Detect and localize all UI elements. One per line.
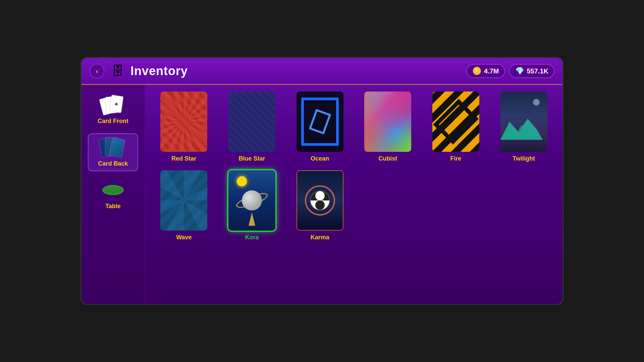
card-front-label: Card Front bbox=[98, 118, 128, 125]
card-name-kora: Kora bbox=[245, 234, 259, 241]
card-item-wave[interactable]: Wave bbox=[153, 170, 215, 241]
table-icon bbox=[100, 180, 126, 200]
header: ‹ 🗄 Inventory 🪙 4.7M 💎 557.1K bbox=[82, 58, 562, 85]
yin-yang-symbol bbox=[310, 190, 330, 210]
table-label: Table bbox=[105, 203, 121, 210]
card-thumb-wave bbox=[160, 170, 207, 231]
card-item-red-star[interactable]: Red Star bbox=[153, 92, 215, 162]
card-thumb-ocean bbox=[297, 92, 343, 152]
inventory-icon: 🗄 bbox=[109, 62, 126, 80]
sidebar-item-table[interactable]: Table bbox=[88, 177, 138, 213]
sidebar: ♠ ♥ ♣ Card Front Card Back bbox=[82, 85, 145, 304]
back-icon: ‹ bbox=[96, 67, 98, 75]
card-thumb-karma bbox=[297, 170, 343, 231]
gems-badge: 💎 557.1K bbox=[509, 64, 555, 78]
card-name-fire: Fire bbox=[450, 155, 461, 162]
card-item-blue-star[interactable]: Blue Star bbox=[221, 92, 283, 162]
card-name-red-star: Red Star bbox=[171, 155, 196, 162]
page-title: Inventory bbox=[130, 64, 188, 78]
coin-icon: 🪙 bbox=[472, 67, 481, 75]
card-back-icon bbox=[100, 137, 126, 158]
card-name-twilight: Twilight bbox=[513, 155, 535, 162]
kora-sun-decoration bbox=[237, 176, 247, 186]
card-item-cubist[interactable]: Cubist bbox=[357, 92, 419, 162]
coins-badge: 🪙 4.7M bbox=[466, 64, 505, 78]
card-front-icon: ♠ ♥ ♣ bbox=[100, 95, 126, 115]
card-fan-3: ♣ bbox=[109, 95, 124, 113]
card-name-wave: Wave bbox=[176, 234, 192, 241]
card-thumb-red-star bbox=[160, 92, 207, 152]
table-oval bbox=[102, 185, 124, 195]
card-name-ocean: Ocean bbox=[311, 155, 329, 162]
card-item-ocean[interactable]: Ocean bbox=[289, 92, 351, 162]
card-back-label: Card Back bbox=[98, 160, 128, 167]
card-thumb-kora bbox=[228, 170, 275, 231]
card-item-kora[interactable]: Kora bbox=[221, 170, 283, 241]
card-grid: Red Star Blue Star bbox=[153, 92, 554, 241]
card-name-blue-star: Blue Star bbox=[238, 155, 265, 162]
sidebar-item-card-back[interactable]: Card Back bbox=[88, 133, 138, 171]
card-name-cubist: Cubist bbox=[378, 155, 397, 162]
kora-planet-decoration bbox=[242, 190, 262, 210]
card-item-fire[interactable]: Fire bbox=[425, 92, 487, 162]
karma-circle bbox=[305, 185, 335, 216]
back-button[interactable]: ‹ bbox=[90, 64, 104, 78]
card-thumb-cubist bbox=[364, 92, 411, 152]
card-name-karma: Karma bbox=[311, 234, 329, 241]
card-thumb-twilight bbox=[500, 92, 547, 152]
main-content: ♠ ♥ ♣ Card Front Card Back bbox=[82, 85, 562, 304]
card-item-twilight[interactable]: Twilight bbox=[493, 92, 554, 162]
sidebar-item-card-front[interactable]: ♠ ♥ ♣ Card Front bbox=[88, 92, 138, 128]
gems-amount: 557.1K bbox=[527, 67, 549, 75]
card-thumb-fire bbox=[432, 92, 479, 152]
app-window: ‹ 🗄 Inventory 🪙 4.7M 💎 557.1K ♠ ♥ ♣ bbox=[80, 57, 564, 305]
card-item-karma[interactable]: Karma bbox=[289, 170, 351, 241]
gem-icon: 💎 bbox=[515, 67, 524, 75]
card-grid-area: Red Star Blue Star bbox=[145, 85, 562, 304]
kora-stupa-decoration bbox=[249, 213, 255, 226]
coins-amount: 4.7M bbox=[484, 67, 499, 75]
card-thumb-blue-star bbox=[228, 92, 275, 152]
